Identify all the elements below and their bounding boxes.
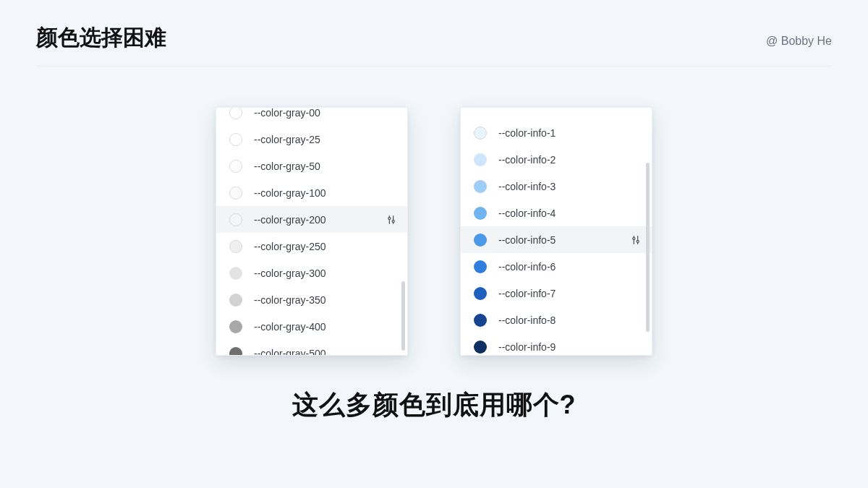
- color-token-label: --color-info-4: [498, 207, 642, 219]
- panels-row: --color-gray-00--color-gray-25--color-gr…: [0, 107, 868, 356]
- color-row[interactable]: --color-gray-250: [216, 233, 407, 260]
- color-swatch: [229, 267, 242, 280]
- color-token-label: --color-gray-00: [254, 107, 397, 119]
- color-token-label: --color-gray-400: [254, 321, 397, 333]
- color-row[interactable]: --color-gray-400: [216, 313, 407, 340]
- color-token-label: --color-info-2: [498, 154, 642, 166]
- color-token-label: --color-gray-25: [254, 134, 397, 145]
- color-row[interactable]: --color-info-2: [461, 146, 652, 173]
- adjust-icon[interactable]: [386, 214, 397, 226]
- color-row[interactable]: --color-info-4: [461, 200, 652, 226]
- color-swatch: [474, 207, 487, 220]
- color-token-label: --color-info-7: [498, 288, 642, 299]
- divider: [36, 66, 832, 67]
- color-token-label: --color-info-3: [498, 181, 642, 192]
- color-row[interactable]: --color-gray-00: [216, 107, 407, 126]
- color-row[interactable]: --color-gray-300: [216, 260, 407, 286]
- color-swatch: [474, 260, 487, 273]
- color-token-label: --color-gray-500: [254, 348, 397, 356]
- color-swatch: [474, 341, 487, 354]
- color-row[interactable]: --color-gray-25: [216, 126, 407, 153]
- color-token-label: --color-info-5: [498, 234, 630, 246]
- color-swatch: [229, 133, 242, 146]
- color-swatch: [474, 153, 487, 166]
- color-row[interactable]: --color-gray-350: [216, 286, 407, 313]
- color-token-label: --color-gray-50: [254, 160, 397, 172]
- color-row[interactable]: --color-info-7: [461, 280, 652, 307]
- color-swatch: [229, 240, 242, 253]
- color-swatch: [474, 180, 487, 193]
- color-row[interactable]: --color-info-6: [461, 253, 652, 280]
- color-token-label: --color-gray-200: [254, 214, 386, 226]
- info-color-panel: --color-info-1--color-info-2--color-info…: [460, 107, 652, 356]
- color-swatch: [229, 347, 242, 356]
- color-row[interactable]: --color-gray-100: [216, 179, 407, 206]
- adjust-icon[interactable]: [630, 234, 642, 246]
- color-row[interactable]: --color-gray-50: [216, 153, 407, 179]
- color-swatch: [474, 314, 487, 327]
- color-token-label: --color-gray-100: [254, 187, 397, 199]
- color-row[interactable]: --color-gray-200: [216, 206, 407, 233]
- slide-author: @ Bobby He: [766, 35, 832, 48]
- color-token-label: --color-info-1: [498, 127, 642, 139]
- color-row[interactable]: --color-info-1: [461, 119, 652, 146]
- color-row[interactable]: --color-info-3: [461, 173, 652, 200]
- svg-point-5: [633, 237, 635, 239]
- color-swatch: [474, 287, 487, 300]
- color-swatch: [229, 160, 242, 173]
- slide-header: 颜色选择困难 @ Bobby He: [0, 0, 868, 66]
- color-token-label: --color-gray-350: [254, 294, 397, 306]
- color-token-label: --color-info-9: [498, 341, 642, 353]
- scrollbar[interactable]: [401, 281, 405, 351]
- color-token-label: --color-info-8: [498, 314, 642, 326]
- color-row[interactable]: --color-gray-500: [216, 340, 407, 356]
- svg-point-1: [388, 217, 391, 219]
- slide-title: 颜色选择困难: [36, 23, 166, 53]
- svg-point-3: [392, 220, 394, 222]
- color-swatch: [229, 187, 242, 200]
- color-swatch: [229, 213, 242, 226]
- color-swatch: [229, 107, 242, 119]
- color-row[interactable]: --color-info-5: [461, 226, 652, 253]
- color-swatch: [229, 294, 242, 307]
- color-row[interactable]: --color-info-8: [461, 307, 652, 333]
- color-swatch: [474, 127, 487, 140]
- gray-color-panel: --color-gray-00--color-gray-25--color-gr…: [216, 107, 408, 356]
- color-swatch: [474, 234, 487, 247]
- caption: 这么多颜色到底用哪个?: [0, 388, 868, 423]
- color-row[interactable]: --color-info-9: [461, 333, 652, 356]
- color-token-label: --color-gray-250: [254, 241, 397, 252]
- color-token-label: --color-gray-300: [254, 267, 397, 279]
- scrollbar[interactable]: [646, 163, 650, 332]
- color-token-label: --color-info-6: [498, 261, 642, 273]
- svg-point-7: [637, 240, 639, 242]
- color-swatch: [229, 320, 242, 333]
